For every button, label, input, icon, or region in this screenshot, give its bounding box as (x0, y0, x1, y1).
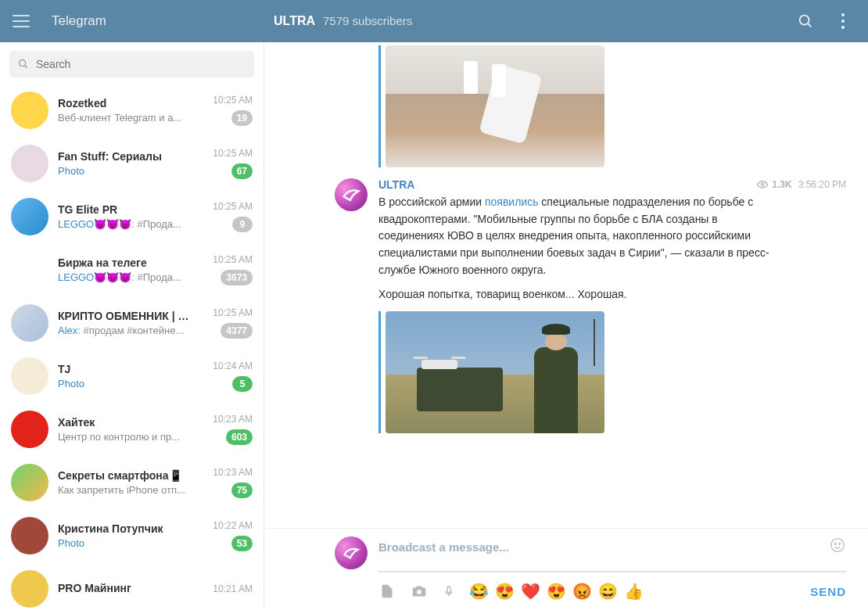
search-icon[interactable] (796, 12, 815, 30)
chat-avatar (11, 145, 48, 182)
quick-emoji[interactable]: 😄 (598, 582, 618, 601)
chat-time: 10:24 AM (213, 361, 253, 371)
chat-avatar (11, 92, 48, 129)
chat-preview: Как запретить iPhone отп... (58, 484, 193, 496)
message-input[interactable] (378, 540, 829, 554)
svg-point-2 (20, 60, 26, 66)
message-time: 3:56:20 PM (798, 179, 846, 190)
chat-name: Хайтек (58, 416, 193, 429)
voice-icon[interactable] (443, 583, 455, 600)
chat-name: PRO Майнинг (58, 582, 193, 594)
chat-time: 10:25 AM (213, 148, 253, 159)
channel-subscribers: 7579 subscribers (323, 14, 412, 27)
unread-badge: 3673 (221, 270, 253, 285)
chat-item[interactable]: Fan Stuff: СериалыPhoto10:25 AM67 (0, 137, 264, 190)
svg-point-0 (800, 16, 809, 25)
send-button[interactable]: SEND (810, 585, 846, 598)
unread-badge: 19 (231, 110, 253, 126)
search-input-wrap[interactable] (9, 51, 254, 77)
message-views: 1.3K (756, 178, 791, 191)
composer-avatar (335, 536, 368, 569)
channel-header[interactable]: ULTRA 7579 subscribers (274, 14, 412, 28)
chat-time: 10:25 AM (213, 254, 253, 265)
chat-avatar (11, 570, 48, 608)
chat-avatar (11, 304, 48, 342)
message-media[interactable] (378, 45, 607, 167)
messages: ULTRA 1.3K 3:56:20 PM В российской армии… (264, 42, 868, 528)
search-icon (17, 58, 30, 70)
message-author[interactable]: ULTRA (378, 178, 414, 191)
quick-emoji[interactable]: 😍 (547, 582, 566, 601)
chat-preview: Центр по контролю и пр... (58, 431, 193, 443)
attached-image[interactable] (386, 311, 604, 433)
chat-name: Rozetked (58, 97, 193, 109)
unread-badge: 75 (231, 483, 253, 498)
svg-point-4 (762, 183, 764, 185)
message-link[interactable]: появились (485, 196, 539, 208)
chat-avatar (11, 251, 48, 289)
sidebar: RozetkedВеб-клиент Telegram и а...10:25 … (0, 42, 264, 610)
message-media[interactable] (378, 311, 607, 433)
emoji-picker-icon[interactable] (829, 536, 846, 557)
chat-name: TJ (58, 363, 193, 375)
chat-time: 10:21 AM (213, 583, 253, 594)
unread-badge: 5 (232, 376, 253, 392)
chat-name: Секреты смартфона📱 (58, 469, 193, 482)
svg-point-8 (417, 590, 421, 594)
quick-emoji[interactable]: 👍 (624, 582, 644, 601)
chat-preview: Alex: #продам #контейне... (58, 325, 193, 336)
svg-point-5 (831, 539, 845, 552)
chat-time: 10:22 AM (213, 520, 253, 531)
chat-preview: Photo (58, 537, 193, 549)
chat-preview: Photo (58, 165, 193, 177)
quick-emoji[interactable]: 😍 (495, 582, 515, 601)
unread-badge: 4377 (221, 323, 253, 339)
unread-badge: 9 (232, 217, 253, 232)
unread-badge: 67 (231, 163, 253, 179)
attached-image[interactable] (386, 45, 604, 167)
chat-item[interactable]: Биржа на телегеLEGGO😈😈😈: #Прода...10:25 … (0, 243, 264, 296)
chat-item[interactable]: Секреты смартфона📱Как запретить iPhone о… (0, 456, 264, 509)
message: ULTRA 1.3K 3:56:20 PM В российской армии… (264, 174, 846, 438)
chat-time: 10:25 AM (213, 307, 253, 318)
chat-avatar (11, 357, 48, 395)
chat-item[interactable]: RozetkedВеб-клиент Telegram и а...10:25 … (0, 84, 264, 137)
chat-time: 10:25 AM (213, 201, 253, 212)
composer: 😂😍❤️😍😡😄👍 SEND (264, 528, 868, 610)
chat-time: 10:23 AM (213, 414, 253, 425)
chat-name: Биржа на телеге (58, 257, 193, 269)
chat-avatar (11, 464, 48, 501)
chat-time: 10:23 AM (213, 467, 253, 478)
chat-item[interactable]: TG Elite PRLEGGO😈😈😈: #Прода...10:25 AM9 (0, 190, 264, 243)
chat-preview: LEGGO😈😈😈: #Прода... (58, 218, 193, 230)
chat-item[interactable]: КРИПТО ОБМЕННИК | СНГAlex: #продам #конт… (0, 296, 264, 350)
svg-point-6 (834, 543, 836, 544)
message-text: В российской армии появились специальные… (378, 194, 777, 303)
chat-name: Кристина Потупчик (58, 522, 193, 535)
chat-item[interactable]: TJPhoto10:24 AM5 (0, 350, 264, 403)
chat-preview: LEGGO😈😈😈: #Прода... (58, 271, 193, 283)
chat-name: КРИПТО ОБМЕННИК | СНГ (58, 310, 193, 322)
attach-file-icon[interactable] (378, 583, 396, 600)
more-menu-icon[interactable] (834, 12, 852, 30)
svg-line-3 (25, 66, 27, 68)
search-input[interactable] (36, 58, 246, 70)
camera-icon[interactable] (410, 583, 429, 600)
channel-avatar[interactable] (335, 178, 368, 211)
chat-name: TG Elite PR (58, 203, 193, 216)
chat-name: Fan Stuff: Сериалы (58, 150, 193, 163)
chat-item[interactable]: Кристина ПотупчикPhoto10:22 AM53 (0, 509, 264, 562)
menu-button[interactable] (8, 8, 34, 34)
svg-point-7 (839, 543, 841, 544)
quick-emoji[interactable]: 😡 (572, 582, 592, 601)
unread-badge: 603 (226, 429, 253, 445)
chat-item[interactable]: ХайтекЦентр по контролю и пр...10:23 AM6… (0, 403, 264, 456)
unread-badge: 53 (231, 536, 253, 551)
chat-preview: Веб-клиент Telegram и а... (58, 112, 193, 124)
eye-icon (756, 178, 769, 191)
topbar: Telegram ULTRA 7579 subscribers (0, 0, 868, 42)
quick-emoji[interactable]: 😂 (469, 582, 489, 601)
quick-emoji[interactable]: ❤️ (521, 582, 540, 601)
chat-item[interactable]: PRO Майнинг10:21 AM (0, 562, 264, 610)
chat-time: 10:25 AM (213, 95, 253, 106)
